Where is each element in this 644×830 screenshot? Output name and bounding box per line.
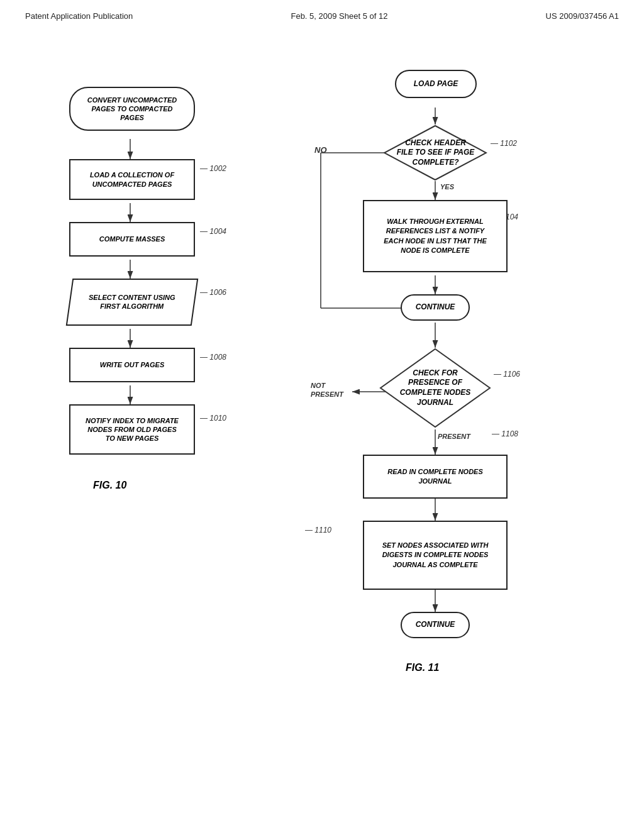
not-present-label: NOTPRESENT (311, 381, 343, 399)
fig11-label: FIG. 11 (406, 662, 439, 673)
check-presence-text: CHECK FORPRESENCE OFCOMPLETE NODESJOURNA… (400, 368, 471, 407)
ref-1108: — 1108 (492, 429, 518, 438)
write-out-pages-box: WRITE OUT PAGES (69, 348, 195, 382)
ref-1008: — 1008 (200, 353, 226, 362)
notify-index-box: NOTIFY INDEX TO MIGRATENODES FROM OLD PA… (69, 404, 195, 455)
ref-1002: — 1002 (200, 164, 226, 173)
ref-1010: — 1010 (200, 414, 226, 423)
diagram-area: CONVERT UNCOMPACTED PAGES TO COMPACTED P… (0, 27, 644, 794)
read-in-box: READ IN COMPLETE NODESJOURNAL (363, 455, 508, 499)
check-header-diamond: CHECK HEADERFILE TO SEE IF PAGECOMPLETE? (384, 124, 487, 181)
continue1-oval: CONTINUE (401, 294, 470, 321)
load-page-oval: LOAD PAGE (395, 70, 477, 98)
check-header-text: CHECK HEADERFILE TO SEE IF PAGECOMPLETE? (397, 138, 475, 168)
convert-uncompacted-oval: CONVERT UNCOMPACTED PAGES TO COMPACTED P… (69, 87, 195, 131)
ref-1004: — 1004 (200, 227, 226, 236)
ref-1102: — 1102 (491, 139, 517, 148)
page-header: Patent Application Publication Feb. 5, 2… (0, 0, 644, 27)
header-left: Patent Application Publication (25, 11, 133, 21)
fig10-label: FIG. 10 (93, 480, 126, 491)
load-collection-box: LOAD A COLLECTION OFUNCOMPACTED PAGES (69, 159, 195, 200)
set-nodes-box: SET NODES ASSOCIATED WITHDIGESTS IN COMP… (363, 521, 508, 590)
yes-label: YES (440, 183, 454, 191)
present-label: PRESENT (438, 433, 470, 440)
check-presence-diamond: CHECK FORPRESENCE OFCOMPLETE NODESJOURNA… (379, 348, 491, 428)
ref-1110: — 1110 (305, 526, 331, 534)
walk-through-box: WALK THROUGH EXTERNALREFERENCES LIST & N… (363, 200, 508, 272)
header-right: US 2009/037456 A1 (546, 11, 619, 21)
ref-1106: — 1106 (494, 370, 520, 379)
header-center: Feb. 5, 2009 Sheet 5 of 12 (291, 11, 387, 21)
no-label: NO (314, 145, 327, 155)
select-content-box: SELECT CONTENT USINGFIRST ALGORITHM (66, 279, 199, 326)
ref-1006: — 1006 (200, 288, 226, 297)
compute-masses-box: COMPUTE MASSES (69, 222, 195, 257)
continue2-oval: CONTINUE (401, 612, 470, 638)
